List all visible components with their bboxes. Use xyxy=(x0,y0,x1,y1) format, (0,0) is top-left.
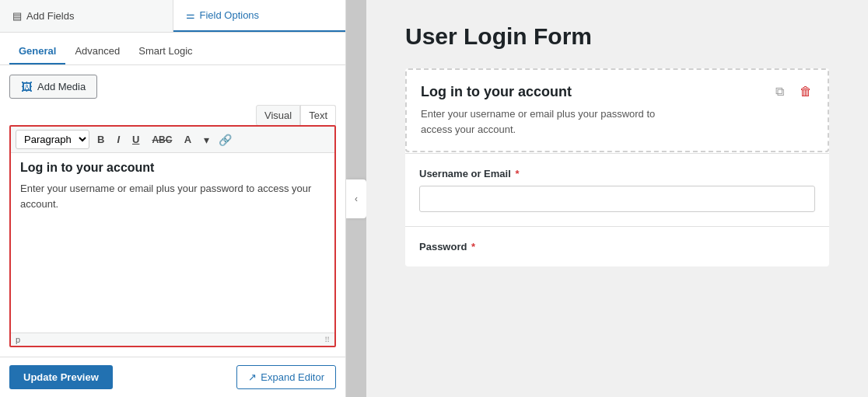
form-container: ⧉ 🗑 Log in to your account Enter your us… xyxy=(405,68,829,266)
add-fields-icon: ▤ xyxy=(12,10,22,22)
panel-body: 🖼 Add Media Visual Text Paragraph Headin… xyxy=(0,65,345,357)
editor-footer: p ⠿ xyxy=(11,333,334,346)
content-block-body: Enter your username or email plus your p… xyxy=(421,106,670,137)
username-input[interactable] xyxy=(419,186,815,212)
add-media-label: Add Media xyxy=(37,81,86,92)
duplicate-button[interactable]: ⧉ xyxy=(768,81,790,103)
format-select[interactable]: Paragraph Heading 1 Heading 2 Heading 3 xyxy=(16,130,89,149)
editor-heading: Log in to your account xyxy=(20,161,325,175)
tab-field-options[interactable]: ⚌ Field Options xyxy=(173,0,346,32)
add-media-icon: 🖼 xyxy=(21,80,33,93)
field-group-username: Username or Email * xyxy=(405,153,829,226)
field-group-password: Password * xyxy=(405,226,829,266)
update-preview-button[interactable]: Update Preview xyxy=(9,365,113,389)
left-panel: ▤ Add Fields ⚌ Field Options General Adv… xyxy=(0,0,346,397)
collapse-arrow[interactable]: ‹ xyxy=(346,179,366,218)
field-label-password: Password * xyxy=(419,241,815,252)
sub-tab-advanced[interactable]: Advanced xyxy=(65,39,129,64)
underline-button[interactable]: U xyxy=(128,131,144,148)
content-block-heading: Log in to your account xyxy=(421,84,814,100)
editor-toolbar: Paragraph Heading 1 Heading 2 Heading 3 … xyxy=(11,127,334,153)
color-dropdown-icon[interactable]: ▾ xyxy=(198,132,214,148)
field-label-username: Username or Email * xyxy=(419,168,815,179)
required-star-username: * xyxy=(515,168,519,179)
tab-visual[interactable]: Visual xyxy=(256,105,300,126)
bold-button[interactable]: B xyxy=(93,131,109,148)
strikethrough-button[interactable]: ABC xyxy=(147,132,177,148)
italic-button[interactable]: I xyxy=(112,131,124,148)
sub-tabs: General Advanced Smart Logic xyxy=(0,33,345,65)
resize-handle[interactable]: ⠿ xyxy=(324,336,330,344)
tab-add-fields[interactable]: ▤ Add Fields xyxy=(0,0,173,32)
collapse-icon: ‹ xyxy=(355,193,358,204)
required-star-password: * xyxy=(471,241,475,252)
bottom-bar: Update Preview ↗ Expand Editor xyxy=(0,357,345,397)
top-tabs: ▤ Add Fields ⚌ Field Options xyxy=(0,0,345,33)
sub-tab-smart-logic[interactable]: Smart Logic xyxy=(129,39,201,64)
expand-editor-button[interactable]: ↗ Expand Editor xyxy=(236,365,336,389)
content-block: ⧉ 🗑 Log in to your account Enter your us… xyxy=(405,68,829,152)
form-title: User Login Form xyxy=(405,23,829,50)
add-media-button[interactable]: 🖼 Add Media xyxy=(9,75,97,99)
right-panel: User Login Form ⧉ 🗑 Log in to your accou… xyxy=(366,0,868,397)
link-icon[interactable]: 🔗 xyxy=(217,132,233,148)
tab-field-options-label: Field Options xyxy=(200,9,260,21)
delete-button[interactable]: 🗑 xyxy=(795,81,817,103)
editor-area: Paragraph Heading 1 Heading 2 Heading 3 … xyxy=(9,125,336,347)
tab-add-fields-label: Add Fields xyxy=(26,10,74,22)
content-block-actions: ⧉ 🗑 xyxy=(768,81,817,103)
editor-body: Enter your username or email plus your p… xyxy=(20,181,325,211)
text-color-icon[interactable]: A xyxy=(180,132,195,148)
expand-editor-label: Expand Editor xyxy=(261,371,324,383)
editor-content[interactable]: Log in to your account Enter your userna… xyxy=(11,153,334,333)
editor-tag: p xyxy=(16,335,20,344)
field-options-icon: ⚌ xyxy=(186,9,195,21)
tab-text[interactable]: Text xyxy=(300,105,336,126)
sub-tab-general[interactable]: General xyxy=(9,39,65,64)
expand-icon: ↗ xyxy=(248,371,257,383)
editor-tabs: Visual Text xyxy=(9,105,336,126)
